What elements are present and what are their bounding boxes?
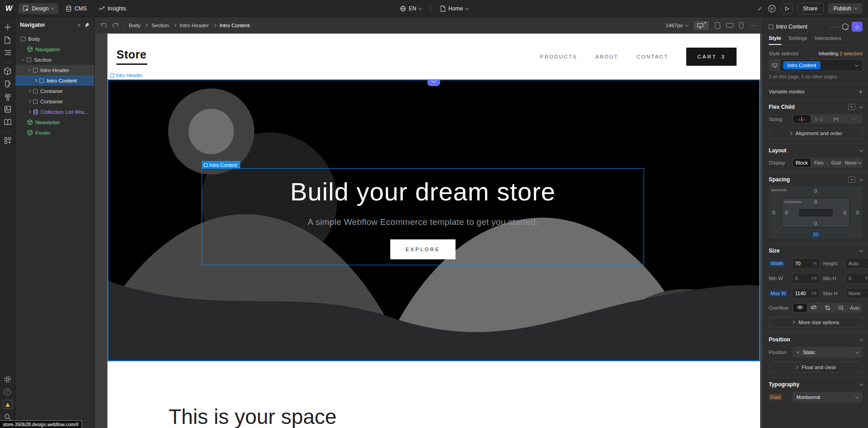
nav-link-products[interactable]: PRODUCTS — [540, 54, 577, 59]
overflow-scroll-button[interactable] — [834, 304, 848, 312]
font-select[interactable]: Montserrat — [792, 392, 863, 403]
add-elements-button[interactable] — [1, 21, 14, 33]
ai-assistant-button[interactable]: ◇ — [852, 22, 863, 32]
site-header[interactable]: Store PRODUCTS ABOUT CONTACT CART 3 — [107, 34, 760, 79]
insights-button[interactable]: Insights — [94, 3, 131, 14]
tab-style[interactable]: Style — [769, 35, 781, 45]
margin-bottom-value[interactable]: 20 — [810, 231, 821, 238]
create-component-icon[interactable] — [842, 23, 849, 30]
pin-icon[interactable] — [84, 22, 90, 28]
tab-interactions[interactable]: Interactions — [815, 35, 841, 45]
breadcrumb-section[interactable]: Section — [151, 23, 169, 28]
more-breakpoints-button[interactable]: ··· — [749, 22, 757, 29]
hero-section-selected[interactable]: ◇ Intro Content Build your dream store A… — [107, 79, 760, 361]
tree-item-footer[interactable]: Footer — [15, 127, 94, 138]
content-section[interactable]: This is your space — [107, 361, 760, 428]
tree-item-section[interactable]: Section — [15, 54, 94, 65]
alignment-and-order-row[interactable]: Alignment and order — [769, 128, 863, 139]
nav-link-about[interactable]: ABOUT — [596, 54, 619, 59]
padding-right-value[interactable]: 0 — [844, 210, 846, 215]
chevron-down-icon[interactable] — [859, 148, 863, 151]
cms-button[interactable]: CMS — [61, 3, 91, 14]
chevron-down-icon[interactable] — [859, 104, 863, 108]
overflow-auto-button[interactable]: Auto — [848, 304, 862, 312]
intro-content-selection-outline[interactable]: Intro Content Build your dream store A s… — [202, 168, 644, 265]
spacing-control[interactable]: MARGIN 0 0 0 20 PADDING 0 0 0 0 — [769, 186, 863, 239]
breakpoint-mobile-landscape-button[interactable] — [726, 23, 733, 28]
breakpoint-desktop-button[interactable]: * — [694, 21, 709, 30]
chevron-down-icon[interactable] — [859, 337, 863, 340]
display-flex-button[interactable]: Flex — [810, 159, 828, 167]
sizing-more-button[interactable]: ··· — [844, 115, 862, 123]
upgrade-warning-button[interactable] — [1, 399, 14, 410]
spacing-settings-icon[interactable]: ▪ — [848, 176, 855, 183]
inherit-count-link[interactable]: 2 selectors — [839, 51, 863, 56]
tab-settings[interactable]: Settings — [789, 35, 808, 45]
width-input[interactable]: 70% — [792, 258, 820, 269]
chevron-down-icon[interactable] — [859, 248, 863, 252]
height-input[interactable]: Auto- — [845, 258, 868, 269]
navigator-button[interactable] — [1, 47, 14, 58]
overflow-hidden-button[interactable] — [807, 304, 820, 312]
tree-item-body[interactable]: Body — [15, 34, 94, 44]
style-selector-input[interactable]: Intro Content — [769, 59, 863, 71]
pages-button[interactable] — [1, 34, 14, 46]
redo-icon[interactable] — [112, 22, 119, 29]
cart-button[interactable]: CART 3 — [686, 48, 737, 66]
overflow-clip-button[interactable] — [820, 304, 834, 312]
min-height-input[interactable]: 0PX — [845, 273, 868, 284]
clear-icon[interactable]: × — [796, 350, 799, 355]
padding-top-value[interactable]: 0 — [814, 199, 817, 204]
margin-top-value[interactable]: 0 — [814, 188, 817, 194]
intro-header-tag[interactable]: Intro Header — [110, 73, 142, 78]
chevron-down-icon[interactable] — [859, 177, 863, 180]
breakpoint-tablet-button[interactable] — [715, 22, 720, 29]
help-button[interactable]: ? — [1, 386, 14, 398]
settings-button[interactable] — [1, 373, 14, 385]
padding-left-value[interactable]: 0 — [785, 210, 788, 215]
comments-icon[interactable] — [767, 4, 776, 13]
chevron-down-icon[interactable] — [859, 382, 863, 385]
libraries-button[interactable] — [1, 116, 14, 128]
close-icon[interactable]: × — [77, 22, 81, 29]
breadcrumb-body[interactable]: Body — [129, 23, 141, 28]
tree-item-collection-list[interactable]: Collection List Wra... — [15, 107, 94, 117]
nav-link-contact[interactable]: CONTACT — [636, 54, 668, 59]
page-switcher[interactable]: Home — [436, 3, 473, 14]
hero-heading[interactable]: Build your dream store — [290, 177, 555, 206]
hero-subtitle[interactable]: A simple Webflow Ecommerce template to g… — [308, 217, 538, 227]
max-height-input[interactable]: None- — [845, 288, 868, 299]
variables-button[interactable] — [1, 91, 14, 102]
viewport-width-control[interactable]: 1467px — [665, 23, 688, 28]
preview-button[interactable] — [781, 3, 793, 14]
breakpoint-mobile-portrait-button[interactable] — [739, 22, 743, 29]
section-heading[interactable]: This is your space — [169, 404, 337, 428]
tree-item-intro-content[interactable]: Intro Content — [15, 75, 94, 86]
breadcrumb-intro-header[interactable]: Intro Header — [180, 23, 209, 28]
tree-item-container[interactable]: Container — [15, 96, 94, 107]
design-mode-menu[interactable]: Design — [18, 3, 58, 14]
style-manager-button[interactable] — [1, 78, 14, 90]
tree-item-intro-header[interactable]: Intro Header — [15, 65, 94, 75]
sizing-fixed-button[interactable]: |×| — [828, 115, 845, 123]
breadcrumb-intro-content[interactable]: Intro Content — [220, 23, 250, 28]
padding-bottom-value[interactable]: 0 — [814, 221, 817, 226]
more-size-options-row[interactable]: More size options — [769, 317, 863, 328]
webflow-logo[interactable]: W — [5, 5, 12, 13]
element-more-button[interactable]: ··· — [831, 24, 839, 30]
display-block-button[interactable]: Block — [793, 159, 810, 167]
assets-button[interactable] — [1, 103, 14, 115]
tree-item-container[interactable]: Container — [15, 86, 94, 96]
margin-right-value[interactable]: 0 — [856, 210, 859, 215]
add-section-handle[interactable]: ◇ — [427, 79, 440, 86]
parent-indicator-icon[interactable]: ↖ — [848, 104, 855, 110]
site-page[interactable]: Store PRODUCTS ABOUT CONTACT CART 3 — [107, 34, 760, 428]
min-width-input[interactable]: 0PX — [792, 273, 820, 284]
language-switcher[interactable]: EN — [395, 3, 427, 14]
explore-button[interactable]: EXPLORE — [390, 239, 456, 259]
undo-icon[interactable] — [100, 22, 107, 29]
display-grid-button[interactable]: Grid — [828, 159, 845, 167]
display-none-button[interactable]: None — [844, 159, 862, 167]
position-select[interactable]: × Static — [792, 347, 863, 358]
margin-left-value[interactable]: 0 — [772, 210, 775, 215]
